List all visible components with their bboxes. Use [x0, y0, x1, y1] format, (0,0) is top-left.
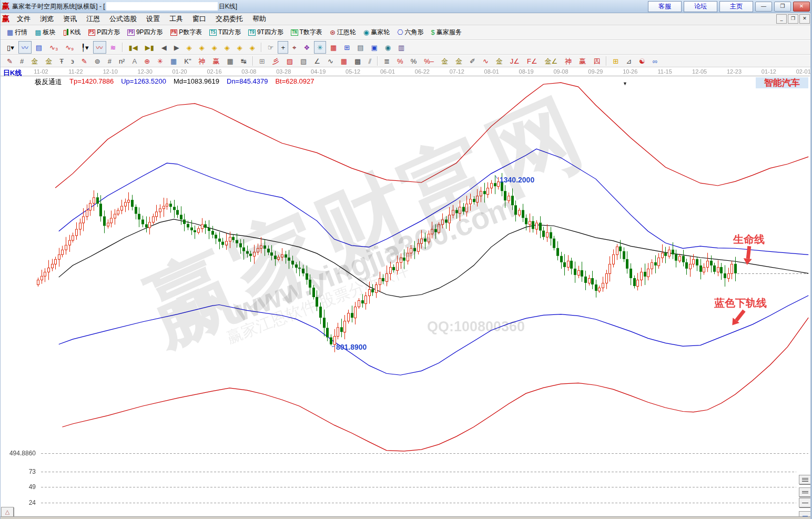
si-angle-button[interactable]: 四 [590, 55, 603, 67]
drag-hand-button[interactable]: ☞ [265, 41, 277, 54]
price-ruler-button[interactable]: # [105, 55, 115, 67]
shen-tool-button[interactable]: 神 [196, 55, 209, 67]
bars3-button[interactable]: ∿₃ [46, 41, 61, 54]
p-square-button[interactable]: PSP四方形 [85, 26, 124, 39]
prev-bar-button[interactable]: ◀ [158, 41, 170, 54]
grid-arrow-button[interactable]: ▩ [351, 55, 364, 67]
shade-box-button[interactable]: ▧ [297, 55, 310, 67]
close-button[interactable]: ✕ [793, 2, 810, 12]
wave-angle-button[interactable]: ∿ [480, 55, 492, 67]
child-close-button[interactable]: ✕ [799, 14, 810, 24]
pan-left-button[interactable]: ◈ [184, 41, 195, 54]
next-bar-button[interactable]: ▶ [171, 41, 182, 54]
gann-wheel-button[interactable]: ⊛江恩轮 [327, 26, 359, 39]
pan-right-button[interactable]: ◈ [196, 41, 208, 54]
fan-lines-button[interactable]: 彡 [269, 55, 282, 67]
wave-button[interactable]: ∿ [324, 55, 337, 67]
home-button[interactable]: 主页 [719, 1, 753, 12]
quotes-button[interactable]: ▦行情 [4, 26, 31, 39]
three-lines-button[interactable]: ⫽ [365, 55, 374, 67]
menu-item-3[interactable]: 江恩 [82, 13, 105, 25]
n-square-button[interactable]: n² [116, 55, 128, 67]
sectors-button[interactable]: ▩板块 [32, 26, 58, 39]
grid-123-button[interactable]: ▦ [224, 55, 237, 67]
box-grid-button[interactable]: ▦ [167, 55, 180, 67]
menu-item-8[interactable]: 交易委托 [211, 13, 248, 25]
menu-item-0[interactable]: 文件 [12, 13, 35, 25]
pen2-button[interactable]: ✎ [78, 55, 90, 67]
customer-service-button[interactable]: 客服 [648, 1, 682, 12]
period-label[interactable]: 日K线 [3, 68, 22, 78]
gold-line-button[interactable]: 金 [452, 55, 465, 67]
fibonacci-button[interactable]: Ŧ [56, 55, 67, 67]
percent-line-button[interactable]: %– [421, 55, 437, 67]
volume-profile-button[interactable]: ≋ [107, 41, 119, 54]
kline-button[interactable]: K线 [60, 26, 84, 39]
info-panel-button[interactable]: ▤ [33, 41, 45, 54]
pane-2-button[interactable] [799, 487, 811, 497]
gold-ratio-button[interactable]: 金 [42, 55, 55, 67]
price-chart-canvas[interactable] [0, 67, 812, 519]
pane-toggle-button[interactable]: △ [1, 507, 14, 517]
gold-circle-button[interactable]: 金 [438, 55, 451, 67]
ink-pen-button[interactable]: ✐ [466, 55, 479, 67]
pane-1-button[interactable] [799, 498, 811, 507]
gann-tool-button[interactable]: ❖ [300, 41, 313, 54]
span-arrow-button[interactable]: ↹ [238, 55, 250, 67]
notes-button[interactable]: ▤ [354, 41, 367, 54]
menu-item-5[interactable]: 设置 [141, 13, 165, 25]
restore-button[interactable]: ❐ [774, 2, 791, 12]
menu-item-6[interactable]: 工具 [165, 13, 188, 25]
single-candle-dropdown[interactable]: ╿▾ [78, 41, 92, 54]
pattern-overlay-button[interactable]: 〰 [93, 41, 106, 54]
percent-red-button[interactable]: % [394, 55, 407, 67]
j-angle-button[interactable]: J∠ [507, 55, 523, 67]
calculator-button[interactable]: ⊞ [341, 41, 353, 54]
zoom-x-in-button[interactable]: ◈ [209, 41, 220, 54]
bars9-button[interactable]: ∿₉ [62, 41, 77, 54]
save-remote-button[interactable]: ◉ [382, 41, 394, 54]
menu-item-1[interactable]: 浏览 [35, 13, 58, 25]
f-angle-button[interactable]: F∠ [524, 55, 541, 67]
menu-item-2[interactable]: 资讯 [58, 13, 82, 25]
indicator-name[interactable]: 极反通道 [35, 77, 62, 87]
menu-item-4[interactable]: 公式选股 [105, 13, 141, 25]
infinity-button[interactable]: ∞ [649, 55, 661, 67]
k-count-button[interactable]: K" [181, 55, 194, 67]
hexagon-button[interactable]: ⎔六角形 [394, 26, 427, 39]
menu-item-9[interactable]: 帮助 [248, 13, 271, 25]
calendar-button[interactable]: ▦ [327, 41, 340, 54]
p-number-table-button[interactable]: PNP数字表 [167, 26, 206, 39]
ying-tool-button[interactable]: 赢 [210, 55, 223, 67]
gold-angle-button[interactable]: 金 [493, 55, 506, 67]
menu-item-7[interactable]: 窗口 [188, 13, 211, 25]
dense-grid-button[interactable]: ▦ [338, 55, 350, 67]
shen-angle-button[interactable]: 神 [562, 55, 575, 67]
xy-chart-button[interactable]: ⊿ [623, 55, 635, 67]
compress-button[interactable]: ◈ [234, 41, 246, 54]
zoom-x-out-button[interactable]: ◈ [221, 41, 233, 54]
percent-button[interactable]: % [408, 55, 420, 67]
gold-line-angle-button[interactable]: 金∠ [542, 55, 561, 67]
workstation-button[interactable]: ▥ [395, 41, 408, 54]
mirror-button[interactable]: A [129, 55, 140, 67]
winner-wheel-button[interactable]: ◉赢家轮 [360, 26, 393, 39]
t-square-button[interactable]: TST四方形 [206, 26, 244, 39]
gann-pen-button[interactable]: ✎ [4, 55, 16, 67]
child-minimize-button[interactable]: _ [776, 14, 787, 24]
angle-line-button[interactable]: ∠ [311, 55, 323, 67]
yinyang-button[interactable]: ☯ [636, 55, 648, 67]
t-number-table-button[interactable]: TNT数字表 [288, 26, 326, 39]
minimize-button[interactable]: — [755, 2, 772, 12]
zoom-region-button[interactable]: ⌖ [289, 41, 299, 54]
time-ruler-button[interactable]: # [17, 55, 27, 67]
ying-angle-button[interactable]: 赢 [576, 55, 589, 67]
last-bar-button[interactable]: ▶▮ [142, 41, 157, 54]
pane-3-button[interactable] [799, 475, 811, 484]
time-circle-button[interactable]: ⊚ [92, 55, 104, 67]
expand-button[interactable]: ◈ [247, 41, 258, 54]
forum-button[interactable]: 论坛 [684, 1, 717, 12]
panel-split-button[interactable]: ⊞ [256, 55, 268, 67]
spiral-button[interactable]: ϶ [68, 55, 77, 67]
ninet-square-button[interactable]: T99T四方形 [245, 26, 287, 39]
